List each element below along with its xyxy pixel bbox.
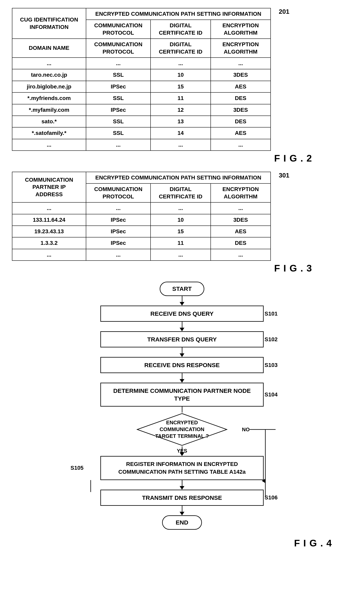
cell-enc: ... <box>211 139 271 150</box>
fig3-section: COMMUNICATIONPARTNER IPADDRESS ENCRYPTED… <box>12 172 352 274</box>
fig3-label: F I G . 3 <box>12 263 312 274</box>
fig3-header-protocol: COMMUNICATIONPROTOCOL <box>86 183 151 202</box>
cell-cert: 15 <box>150 81 210 93</box>
fig2-header-enc: ENCRYPTION ALGORITHM <box>211 20 271 39</box>
table-row: ... ... ... ... <box>12 139 271 150</box>
arrow-down <box>180 328 184 331</box>
connector-line <box>182 480 182 486</box>
cell-ip: 19.23.43.13 <box>12 226 86 237</box>
s101-row: RECEIVE DNS QUERY S101 <box>63 306 301 322</box>
cell-domain: sato.* <box>12 116 86 127</box>
cell-enc: 3DES <box>211 69 271 81</box>
cell-cert: ... <box>150 139 210 150</box>
s103-node: RECEIVE DNS RESPONSE <box>100 357 264 373</box>
table-row: ... ... ... ... <box>12 57 271 69</box>
connector-line <box>182 373 182 379</box>
end-node: END <box>162 515 202 530</box>
table-row: 19.23.43.13 IPSec 15 AES <box>12 226 271 237</box>
start-node: START <box>160 282 204 296</box>
cell-domain: jiro.biglobe.ne.jp <box>12 81 86 93</box>
fig4-section: START RECEIVE DNS QUERY S101 TRANSFER DN… <box>12 282 352 548</box>
fig2-header-protocol: COMMUNICATION PROTOCOL <box>86 20 151 39</box>
fig4-label: F I G . 4 <box>294 538 332 549</box>
s104-label: S104 <box>265 391 278 398</box>
fig2-subheader-protocol2: COMMUNICATION PROTOCOL <box>86 39 151 57</box>
table-row: *.myfamily.com IPSec 12 3DES <box>12 104 271 116</box>
table-row: 133.11.64.24 IPSec 10 3DES <box>12 214 271 226</box>
cell-cert: 13 <box>150 116 210 127</box>
fig2-section: CUG IDENTIFICATION INFORMATION ENCRYPTED… <box>12 8 352 164</box>
cell-enc: 3DES <box>211 104 271 116</box>
cell-protocol: IPSec <box>86 104 151 116</box>
cell-ip: ... <box>12 202 86 214</box>
cell-enc: ... <box>211 249 271 261</box>
cell-cert: 10 <box>150 69 210 81</box>
table-row: ... ... ... ... <box>12 249 271 261</box>
fig2-header-cert: DIGITAL CERTIFICATE ID <box>150 20 210 39</box>
cell-cert: ... <box>150 57 210 69</box>
cell-protocol: ... <box>86 249 151 261</box>
connector-line <box>182 322 182 328</box>
fig2-table: CUG IDENTIFICATION INFORMATION ENCRYPTED… <box>12 8 271 151</box>
cell-protocol: SSL <box>86 127 151 139</box>
cell-domain: taro.nec.co.jp <box>12 69 86 81</box>
cell-domain: ... <box>12 139 86 150</box>
table-row: 1.3.3.2 IPSec 11 DES <box>12 237 271 249</box>
fig2-label: F I G . 2 <box>12 153 312 164</box>
cell-cert: 12 <box>150 104 210 116</box>
cell-protocol: ... <box>86 57 151 69</box>
cell-domain: *.myfamily.com <box>12 104 86 116</box>
fig3-table-wrapper: COMMUNICATIONPARTNER IPADDRESS ENCRYPTED… <box>12 172 271 261</box>
cell-protocol: SSL <box>86 116 151 127</box>
s103-label: S103 <box>265 362 278 368</box>
arrow-down <box>180 353 184 357</box>
cell-protocol: IPSec <box>86 237 151 249</box>
s106-node: TRANSMIT DNS RESPONSE <box>100 490 264 506</box>
cell-enc: AES <box>211 226 271 237</box>
arrow-down <box>180 302 184 306</box>
s106-row: TRANSMIT DNS RESPONSE S106 <box>63 490 301 506</box>
fig3-table: COMMUNICATIONPARTNER IPADDRESS ENCRYPTED… <box>12 172 271 261</box>
cell-cert: ... <box>150 249 210 261</box>
cell-protocol: SSL <box>86 93 151 104</box>
cell-protocol: SSL <box>86 69 151 81</box>
table-row: taro.nec.co.jp SSL 10 3DES <box>12 69 271 81</box>
fig3-header-enc: ENCRYPTIONALGORITHM <box>211 183 271 202</box>
s101-node: RECEIVE DNS QUERY <box>100 306 264 322</box>
cell-cert: 11 <box>150 93 210 104</box>
cell-domain: *.satofamily.* <box>12 127 86 139</box>
diamond-container: ENCRYPTED COMMUNICATIONTARGET TERMINAL ?… <box>73 412 291 446</box>
fig2-table-wrapper: CUG IDENTIFICATION INFORMATION ENCRYPTED… <box>12 8 271 151</box>
s105-node: REGISTER INFORMATION IN ENCRYPTED COMMUN… <box>100 456 264 480</box>
cell-enc: DES <box>211 116 271 127</box>
s103-row: RECEIVE DNS RESPONSE S103 <box>63 357 301 373</box>
cell-ip: ... <box>12 249 86 261</box>
diamond-node: ENCRYPTED COMMUNICATIONTARGET TERMINAL ?… <box>136 412 228 446</box>
cell-cert: 10 <box>150 214 210 226</box>
cell-domain: ... <box>12 57 86 69</box>
table-row: sato.* SSL 13 DES <box>12 116 271 127</box>
cell-protocol: IPSec <box>86 214 151 226</box>
cell-protocol: ... <box>86 202 151 214</box>
arrow-down <box>180 486 184 490</box>
cell-protocol: IPSec <box>86 226 151 237</box>
connector-line <box>182 506 182 512</box>
connector-line <box>182 347 182 353</box>
arrow-down <box>180 512 184 515</box>
s104-row: DETERMINE COMMUNICATION PARTNER NODE TYP… <box>63 383 301 407</box>
connector-line <box>182 296 182 302</box>
s104-node: DETERMINE COMMUNICATION PARTNER NODE TYP… <box>100 383 264 407</box>
connector-line <box>182 407 182 412</box>
fig3-header-ip: COMMUNICATIONPARTNER IPADDRESS <box>12 172 86 202</box>
cell-ip: 133.11.64.24 <box>12 214 86 226</box>
fig3-header-cert: DIGITALCERTIFICATE ID <box>150 183 210 202</box>
fig2-subheader-domain: DOMAIN NAME <box>12 39 86 57</box>
no-horiz-line <box>250 429 276 430</box>
fig3-ref-label: 301 <box>279 172 289 179</box>
cell-enc: 3DES <box>211 214 271 226</box>
yes-label: YES <box>177 448 187 454</box>
cell-enc: DES <box>211 93 271 104</box>
cell-cert: 11 <box>150 237 210 249</box>
diamond-text: ENCRYPTED COMMUNICATIONTARGET TERMINAL ? <box>148 420 216 440</box>
s105-label: S105 <box>71 465 84 471</box>
